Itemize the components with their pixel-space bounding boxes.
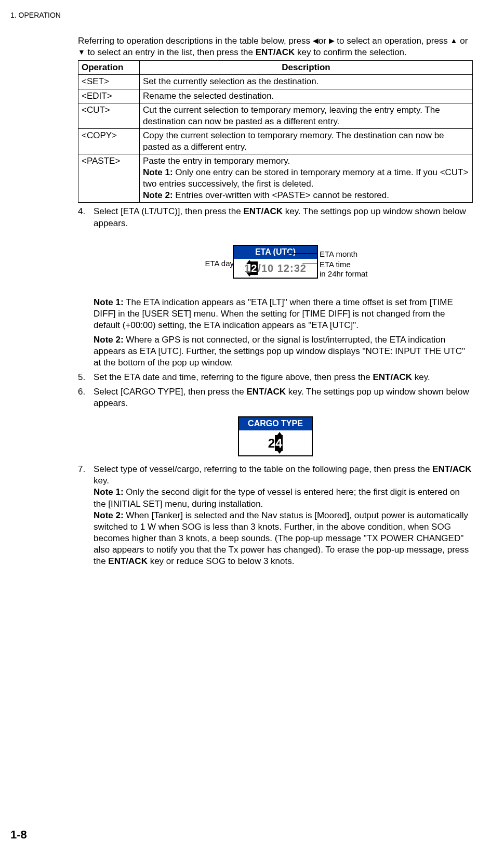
table-row: <COPY> Copy the current selection to tem… <box>78 128 473 154</box>
op-cell: <CUT> <box>78 103 140 128</box>
intro-text: to select an operation, press <box>335 36 450 46</box>
table-row: <SET> Set the currently selection as the… <box>78 75 473 89</box>
desc-cell: Rename the selected destination. <box>140 89 473 103</box>
leader-line <box>287 253 318 254</box>
intro-text: or <box>457 36 468 46</box>
intro-text: to select an entry in the list, then pre… <box>85 47 256 57</box>
left-arrow-icon: ◀ <box>313 36 319 45</box>
cargo-diagram: CARGO TYPE 24 <box>78 416 473 456</box>
content-area: Referring to operation descriptions in t… <box>78 35 473 633</box>
intro-text: Referring to operation descriptions in t… <box>78 36 313 46</box>
text: Set the ETA date and time, referring to … <box>94 372 373 382</box>
op-cell: <EDIT> <box>78 89 140 103</box>
col-header-operation: Operation <box>78 61 140 75</box>
table-row: <EDIT> Rename the selected destination. <box>78 89 473 103</box>
cargo-title: CARGO TYPE <box>239 417 312 430</box>
step-text: Select [ETA (LT/UTC)], then press the EN… <box>94 206 473 229</box>
key-name: ENT/ACK <box>243 206 283 216</box>
note-label: Note 2: <box>94 335 124 345</box>
key-name: ENT/ACK <box>373 372 412 382</box>
arrow-down-icon <box>246 272 253 277</box>
text: key. <box>94 476 109 485</box>
key-name: ENT/ACK <box>256 47 295 57</box>
step-4: 4. Select [ETA (LT/UTC)], then press the… <box>78 206 473 229</box>
desc-cell: Copy the current selection to temporary … <box>140 128 473 154</box>
text: key. <box>412 372 430 382</box>
step-text: Select type of vessel/cargo, referring t… <box>94 464 473 567</box>
eta-title: ETA (UTC) <box>234 246 317 259</box>
op-cell: <SET> <box>78 75 140 89</box>
table-row: <CUT> Cut the current selection to tempo… <box>78 103 473 128</box>
table-row: <PASTE> Paste the entry in temporary mem… <box>78 154 473 203</box>
eta-diagram: ETA day ETA (UTC) 12 / 10 12:32 ETA mont… <box>166 239 384 285</box>
section-header: 1. OPERATION <box>10 10 473 20</box>
table-header-row: Operation Description <box>78 61 473 75</box>
cargo-digit-highlight: 4 <box>275 435 283 451</box>
eta-rest: 10 12:32 <box>261 261 307 275</box>
down-arrow-icon: ▼ <box>78 47 85 57</box>
step-number: 7. <box>78 464 94 567</box>
key-name: ENT/ACK <box>246 387 286 397</box>
eta-time-label: ETA time <box>320 259 351 270</box>
leader-line <box>302 264 318 264</box>
op-cell: <PASTE> <box>78 154 140 203</box>
step-text: Set the ETA date and time, referring to … <box>94 372 473 383</box>
text: Select type of vessel/cargo, referring t… <box>94 464 432 474</box>
note-text: Where a GPS is not connected, or the sig… <box>94 335 465 368</box>
intro-text: key to confirm the selection. <box>295 47 406 57</box>
col-header-description: Description <box>140 61 473 75</box>
desc-text: Paste the entry in temporary memory. <box>143 156 290 166</box>
note-text: Only the second digit for the type of ve… <box>94 487 460 508</box>
note-label: Note 1: <box>143 167 173 177</box>
step-6: 6. Select [CARGO TYPE], then press the E… <box>78 386 473 409</box>
note-label: Note 1: <box>94 297 124 307</box>
eta-popup: ETA (UTC) 12 / 10 12:32 <box>233 245 318 279</box>
desc-cell: Cut the current selection to temporary m… <box>140 103 473 128</box>
up-arrow-icon: ▲ <box>450 36 458 45</box>
step-5: 5. Set the ETA date and time, referring … <box>78 372 473 383</box>
note-label: Note 2: <box>94 510 124 520</box>
step-number: 4. <box>78 206 94 229</box>
cargo-value: 24 <box>239 430 312 455</box>
desc-cell: Paste the entry in temporary memory. Not… <box>140 154 473 203</box>
note-text: Entries over-written with <PASTE> cannot… <box>173 190 389 200</box>
note-text: The ETA indication appears as "ETA [LT]"… <box>94 297 453 330</box>
note-2-block: Note 2: Where a GPS is not connected, or… <box>94 334 473 369</box>
note-label: Note 2: <box>143 190 173 200</box>
arrow-up-icon <box>276 432 283 436</box>
right-arrow-icon: ▶ <box>329 36 335 45</box>
operation-table: Operation Description <SET> Set the curr… <box>78 60 473 203</box>
eta-day-label: ETA day <box>205 258 234 269</box>
step-text: Select [CARGO TYPE], then press the ENT/… <box>94 386 473 409</box>
text: Select [CARGO TYPE], then press the <box>94 387 246 397</box>
step-number: 5. <box>78 372 94 383</box>
note-text: key or reduce SOG to below 3 knots. <box>148 556 295 566</box>
eta-format-label: in 24hr format <box>320 269 368 279</box>
cargo-digit-1: 2 <box>268 435 275 451</box>
arrow-up-icon <box>246 260 253 264</box>
step-number: 6. <box>78 386 94 409</box>
intro-paragraph: Referring to operation descriptions in t… <box>78 35 473 58</box>
op-cell: <COPY> <box>78 128 140 154</box>
cargo-popup: CARGO TYPE 24 <box>238 416 313 456</box>
note-text: Only one entry can be stored in temporar… <box>143 167 468 189</box>
step-7: 7. Select type of vessel/cargo, referrin… <box>78 464 473 567</box>
note-label: Note 1: <box>94 487 124 497</box>
arrow-down-icon <box>276 450 283 454</box>
intro-text: or <box>319 36 329 46</box>
key-name: ENT/ACK <box>432 464 472 474</box>
key-name: ENT/ACK <box>108 556 148 566</box>
eta-month-label: ETA month <box>320 249 357 259</box>
note-1-block: Note 1: The ETA indication appears as "E… <box>94 297 473 331</box>
text: Select [ETA (LT/UTC)], then press the <box>94 206 243 216</box>
eta-value: 12 / 10 12:32 <box>234 259 317 278</box>
desc-cell: Set the currently selection as the desti… <box>140 75 473 89</box>
